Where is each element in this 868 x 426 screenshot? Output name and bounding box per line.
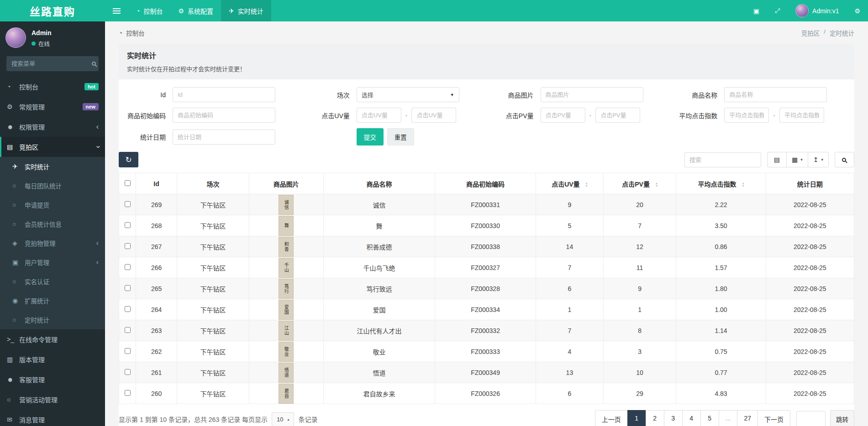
sidebar-item[interactable]: ○申请提货	[0, 195, 105, 214]
id-label: Id	[119, 91, 173, 99]
sidebar-item[interactable]: ✈实时统计	[0, 157, 105, 176]
avg-min-input[interactable]	[724, 108, 769, 123]
sidebar-item[interactable]: ✉消息管理	[0, 410, 105, 426]
content-card: 实时统计 实时统计仅在开拍过程中才会实时统计变更！ Id 场次 选择 ▼	[119, 44, 854, 426]
lock-screen-button[interactable]: ▣	[746, 0, 767, 21]
column-header-avg[interactable]: 平均点击指数▴▾	[676, 173, 766, 194]
columns-button[interactable]: ▦ ▾	[786, 152, 808, 167]
detail-view-button[interactable]: ▤	[767, 152, 787, 167]
cell-id: 260	[136, 383, 177, 404]
product-image[interactable]: 爱国	[279, 300, 294, 320]
product-image[interactable]: 悟道	[279, 363, 294, 383]
sidebar-item[interactable]: ○营销活动管理	[0, 390, 105, 410]
sidebar-item[interactable]: ☻客服管理	[0, 369, 105, 390]
product-image[interactable]: 积善	[279, 237, 294, 257]
sidebar-search-input[interactable]	[11, 60, 92, 67]
uv-max-input[interactable]	[411, 108, 456, 123]
sidebar-item[interactable]: ▤竞拍区‹	[0, 137, 105, 157]
id-input[interactable]	[173, 87, 275, 102]
breadcrumb-home[interactable]: ◔ 控制台	[119, 28, 145, 37]
avg-max-input[interactable]	[779, 108, 824, 123]
column-header-uv[interactable]: 点击UV量▴▾	[536, 173, 603, 194]
page-button-27[interactable]: 27	[737, 410, 758, 426]
product-image[interactable]: 舞	[279, 216, 294, 236]
sidebar-toggle-button[interactable]	[105, 0, 128, 21]
brand-logo[interactable]: 丝路直购	[0, 0, 105, 21]
select-all-checkbox[interactable]	[125, 180, 131, 186]
cell-code: FZ000330	[435, 215, 536, 236]
product-image[interactable]: 君自	[279, 384, 294, 404]
topnav-item[interactable]: ⚙系统配置	[170, 0, 221, 21]
refresh-button[interactable]: ↻	[119, 152, 138, 167]
settings-button[interactable]: ⚙	[847, 0, 868, 21]
sidebar-item[interactable]: ○定时统计	[0, 310, 105, 329]
row-checkbox[interactable]	[125, 264, 131, 270]
record-summary-prefix: 显示第 1 到第 10 条记录，总共 263 条记录 每页显示	[119, 415, 268, 424]
sidebar-item[interactable]: ▣用户管理‹	[0, 253, 105, 272]
advanced-search-button[interactable]	[835, 152, 854, 167]
product-image[interactable]: 千山	[279, 258, 294, 278]
sidebar-item[interactable]: ☻权限管理‹	[0, 117, 105, 137]
cell-session: 下午钻区	[177, 257, 249, 278]
row-checkbox[interactable]	[125, 285, 131, 291]
page-button-3[interactable]: 3	[664, 410, 683, 426]
export-button[interactable]: ↥ ▾	[808, 152, 829, 167]
pv-min-input[interactable]	[541, 108, 585, 123]
row-checkbox[interactable]	[125, 201, 131, 207]
cell-code: FZ000332	[435, 320, 536, 341]
page-button-4[interactable]: 4	[682, 410, 701, 426]
page-button-1[interactable]: 1	[627, 410, 646, 426]
user-menu[interactable]: Admin:v1	[788, 0, 847, 21]
uv-min-input[interactable]	[357, 108, 401, 123]
table-row: 266下午钻区千山千山鸟飞绝FZ0003277111.572022-08-25	[119, 257, 854, 278]
row-checkbox[interactable]	[125, 222, 131, 228]
sidebar-item[interactable]: ○每日团队统计	[0, 176, 105, 195]
cell-session: 下午钻区	[177, 299, 249, 320]
page-size-select[interactable]: 10 ▴	[272, 412, 294, 426]
sidebar-item-label: 营销活动管理	[19, 395, 58, 404]
jump-page-input[interactable]	[796, 411, 826, 426]
sidebar-item[interactable]: ○会员统计信息	[0, 214, 105, 234]
column-header-name: 商品名称	[323, 173, 435, 194]
jump-button[interactable]: 跳转	[830, 410, 854, 426]
session-select[interactable]: 选择 ▼	[357, 87, 459, 102]
image-input[interactable]	[541, 87, 643, 102]
page-button-5[interactable]: 5	[700, 410, 719, 426]
table-search-input[interactable]	[684, 152, 761, 167]
cell-code: FZ000327	[435, 257, 536, 278]
sidebar-menu-entry: >_在线命令管理	[0, 329, 105, 349]
sidebar-item[interactable]: ◈竞拍物管理‹	[0, 234, 105, 253]
code-input[interactable]	[173, 108, 275, 123]
row-checkbox[interactable]	[125, 369, 131, 375]
name-input[interactable]	[724, 87, 827, 102]
page-button-2[interactable]: 2	[646, 410, 664, 426]
column-header-pv[interactable]: 点击PV量▴▾	[603, 173, 676, 194]
product-image[interactable]: 笃行	[279, 279, 294, 299]
sidebar-item[interactable]: ○实名认证	[0, 272, 105, 291]
cell-uv: 9	[536, 194, 603, 215]
product-image[interactable]: 敬业	[279, 342, 294, 362]
next-page-button[interactable]: 下一页	[758, 410, 790, 426]
row-checkbox[interactable]	[125, 243, 131, 249]
fullscreen-button[interactable]: ⤢	[767, 0, 788, 21]
date-input[interactable]	[173, 130, 275, 145]
submit-button[interactable]: 提交	[357, 128, 384, 145]
sidebar-item[interactable]: ▥版本管理	[0, 349, 105, 369]
product-image[interactable]: 江山	[279, 321, 294, 341]
prev-page-button[interactable]: 上一页	[595, 410, 628, 426]
sidebar-item[interactable]: ◔控制台hot	[0, 77, 105, 97]
topnav-item[interactable]: ✈实时统计	[221, 0, 271, 21]
sidebar-item[interactable]: >_在线命令管理	[0, 329, 105, 349]
reset-button[interactable]: 重置	[387, 128, 414, 145]
pv-max-input[interactable]	[595, 108, 640, 123]
sidebar-item[interactable]: ◉扩展统计	[0, 291, 105, 310]
row-checkbox[interactable]	[125, 306, 131, 312]
sidebar-item[interactable]: ⚙常规管理new	[0, 97, 105, 117]
row-checkbox[interactable]	[125, 390, 131, 396]
image-label: 商品图片	[487, 90, 541, 99]
row-checkbox[interactable]	[125, 348, 131, 354]
product-image[interactable]: 诚信	[279, 195, 294, 215]
breadcrumb-section[interactable]: 竞拍区	[801, 28, 820, 37]
topnav-item[interactable]: ◔控制台	[128, 0, 170, 21]
row-checkbox[interactable]	[125, 327, 131, 333]
